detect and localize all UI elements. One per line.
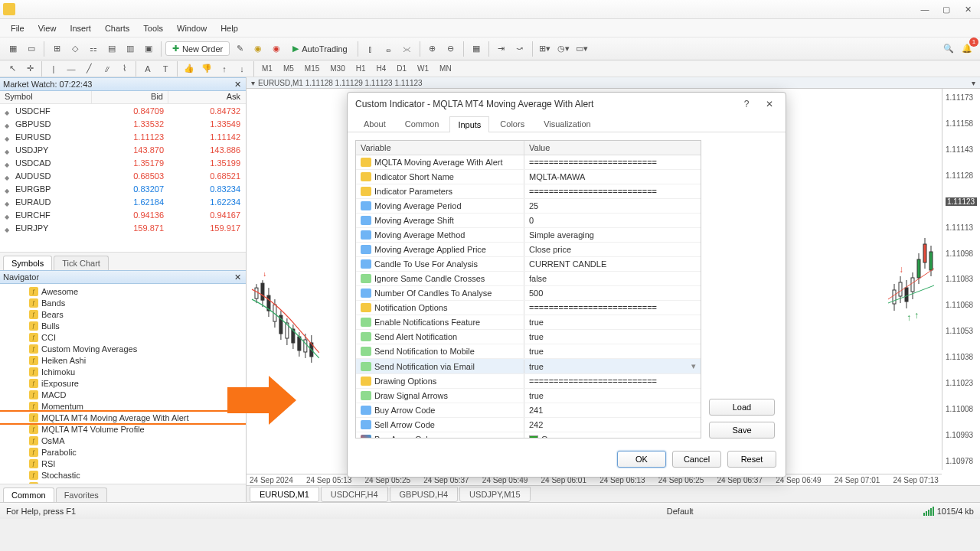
timeframe-mn[interactable]: MN	[435, 63, 456, 74]
input-row[interactable]: MQLTA Moving Average With Alert=========…	[356, 155, 701, 170]
symbol-row-usdchf[interactable]: USDCHF0.847090.84732	[0, 104, 246, 117]
input-row[interactable]: Sell Arrow Code242	[356, 418, 701, 432]
periods-icon[interactable]: ◷▾	[555, 41, 572, 57]
indicator-macd[interactable]: ƒMACD	[0, 389, 246, 400]
chart-tab-usdchf-h4[interactable]: USDCHF,H4	[321, 487, 388, 502]
indicator-custom-moving-averages[interactable]: ƒCustom Moving Averages	[0, 343, 246, 354]
symbol-row-eurgbp[interactable]: EURGBP0.832070.83234	[0, 182, 246, 195]
chart-tab-usdjpy-m15[interactable]: USDJPY,M15	[459, 487, 530, 502]
tab-favorites[interactable]: Favorites	[56, 487, 107, 502]
fib-icon[interactable]: ⌇	[116, 60, 132, 77]
symbol-row-audusd[interactable]: AUDUSD0.685030.68521	[0, 169, 246, 182]
indicator-momentum[interactable]: ƒMomentum	[0, 400, 246, 412]
input-row[interactable]: Candle To Use For AnalysisCURRENT CANDLE	[356, 257, 701, 272]
input-row[interactable]: Enable Notifications Featuretrue	[356, 315, 701, 330]
options-icon[interactable]: ◉	[250, 41, 266, 57]
auto-trading-button[interactable]: ▶ AutoTrading	[286, 42, 354, 55]
notification-icon[interactable]: 🔔1	[959, 41, 975, 57]
input-row[interactable]: Draw Signal Arrowstrue	[356, 389, 701, 403]
candle-chart-icon[interactable]: ⏛	[381, 41, 397, 57]
toggle-toolbars-icon[interactable]: ◇	[67, 41, 83, 57]
ok-button[interactable]: OK	[617, 451, 666, 468]
menu-help[interactable]: Help	[214, 22, 244, 34]
metaeditor-icon[interactable]: ✎	[231, 41, 248, 57]
indicator-osma[interactable]: ƒOsMA	[0, 435, 246, 446]
chart-tab-gbpusd-h4[interactable]: GBPUSD,H4	[390, 487, 459, 502]
chevron-down-icon[interactable]: ▾	[251, 79, 255, 87]
toggle-terminal-icon[interactable]: ▣	[140, 41, 157, 57]
symbol-row-eurusd[interactable]: EURUSD1.111231.11142	[0, 130, 246, 143]
indicator-bulls[interactable]: ƒBulls	[0, 320, 246, 331]
chevron-down-icon[interactable]: ▾	[972, 79, 975, 87]
search-icon[interactable]: 🔍	[940, 41, 957, 57]
indicator-mqlta-mt4-volume-profile[interactable]: ƒMQLTA MT4 Volume Profile	[0, 423, 246, 435]
shift-chart-icon[interactable]: ⤻	[511, 41, 528, 57]
text-icon[interactable]: A	[139, 60, 156, 77]
input-row[interactable]: Indicator Parameters====================…	[356, 184, 701, 199]
inputs-table[interactable]: Variable Value MQLTA Moving Average With…	[355, 140, 701, 439]
dialog-tab-about[interactable]: About	[355, 116, 394, 132]
close-button[interactable]: ✕	[959, 2, 977, 16]
timeframe-h1[interactable]: H1	[351, 63, 371, 74]
symbol-row-usdcad[interactable]: USDCAD1.351791.35199	[0, 156, 246, 169]
input-row[interactable]: Buy Arrow Code241	[356, 403, 701, 418]
vline-icon[interactable]: |	[45, 60, 62, 77]
help-icon[interactable]: ?	[738, 96, 755, 112]
close-icon[interactable]: ✕	[232, 79, 243, 90]
trendline-icon[interactable]: ╱	[80, 60, 97, 77]
tab-symbols[interactable]: Symbols	[3, 256, 52, 270]
indicator-awesome[interactable]: ƒAwesome	[0, 285, 246, 297]
indicator-iexposure[interactable]: ƒiExposure	[0, 377, 246, 389]
indicator-parabolic[interactable]: ƒParabolic	[0, 446, 246, 458]
input-row[interactable]: Drawing Options=========================…	[356, 374, 701, 389]
chart-tab-eurusd-m1[interactable]: EURUSD,M1	[250, 487, 319, 502]
cancel-button[interactable]: Cancel	[672, 451, 721, 468]
connection-status[interactable]: 1015/4 kb	[923, 507, 974, 516]
arrow-up-icon[interactable]: ↑	[216, 60, 233, 77]
reset-button[interactable]: Reset	[727, 451, 776, 468]
close-icon[interactable]: ✕	[232, 272, 243, 282]
symbol-row-eurjpy[interactable]: EURJPY159.871159.917	[0, 221, 246, 234]
indicator-ichimoku[interactable]: ƒIchimoku	[0, 366, 246, 377]
dialog-tab-inputs[interactable]: Inputs	[449, 116, 489, 132]
maximize-button[interactable]: ▢	[937, 2, 956, 16]
menu-file[interactable]: File	[5, 22, 31, 34]
auto-scroll-icon[interactable]: ⇥	[493, 41, 510, 57]
zoom-in-icon[interactable]: ⊕	[424, 41, 441, 57]
indicator-heiken-ashi[interactable]: ƒHeiken Ashi	[0, 354, 246, 366]
crosshair-icon[interactable]: ✛	[21, 60, 38, 77]
timeframe-w1[interactable]: W1	[413, 63, 433, 74]
menu-view[interactable]: View	[32, 22, 63, 34]
profiles-icon[interactable]: ▭	[23, 41, 40, 57]
input-row[interactable]: Moving Average Applied PriceClose price	[356, 243, 701, 257]
indicator-cci[interactable]: ƒCCI	[0, 331, 246, 343]
indicator-bands[interactable]: ƒBands	[0, 297, 246, 308]
col-symbol[interactable]: Symbol	[0, 91, 92, 103]
timeframe-m5[interactable]: M5	[279, 63, 299, 74]
menu-window[interactable]: Window	[171, 22, 213, 34]
input-row[interactable]: Moving Average Shift0	[356, 214, 701, 228]
indicator-stochastic[interactable]: ƒStochastic	[0, 469, 246, 481]
new-chart-icon[interactable]: ▦	[5, 41, 21, 57]
input-row[interactable]: Number Of Candles To Analyse500	[356, 286, 701, 301]
arrow-down-icon[interactable]: ↓	[234, 60, 250, 77]
input-row[interactable]: Ignore Same Candle Crossesfalse	[356, 272, 701, 286]
new-order-button[interactable]: ✚ New Order	[165, 41, 230, 56]
toggle-market-icon[interactable]: ⚏	[85, 41, 102, 57]
strategy-tester-icon[interactable]: ◉	[268, 41, 285, 57]
load-button[interactable]: Load	[709, 399, 775, 416]
symbol-row-eurchf[interactable]: EURCHF0.941360.94167	[0, 208, 246, 221]
input-row[interactable]: Send Alert Notificationtrue	[356, 330, 701, 344]
timeframe-m1[interactable]: M1	[257, 63, 277, 74]
hline-icon[interactable]: —	[63, 60, 80, 77]
thumb-down-icon[interactable]: 👎	[198, 60, 215, 77]
toggle-nav-icon[interactable]: ▥	[122, 41, 139, 57]
minimize-button[interactable]: —	[916, 2, 934, 16]
menu-insert[interactable]: Insert	[64, 22, 97, 34]
indicators-icon[interactable]: ⊞▾	[537, 41, 554, 57]
tile-windows-icon[interactable]: ▦	[468, 41, 485, 57]
save-button[interactable]: Save	[709, 422, 775, 439]
input-row[interactable]: Send Notification via Emailtrue▾	[356, 359, 701, 374]
dialog-tab-common[interactable]: Common	[397, 116, 448, 132]
toggle-tree-icon[interactable]: ⊞	[48, 41, 65, 57]
